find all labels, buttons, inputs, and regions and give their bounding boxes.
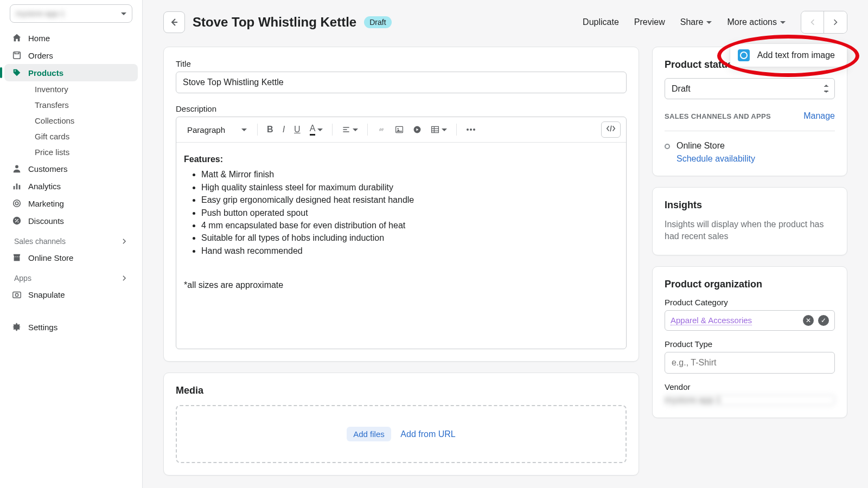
svg-rect-5 (19, 185, 21, 189)
svg-point-19 (473, 129, 475, 131)
more-format-button[interactable] (462, 125, 480, 134)
svg-point-10 (17, 221, 18, 222)
chevron-right-icon (831, 18, 840, 27)
caret-down-icon (241, 129, 247, 131)
snapulate-app-icon (738, 49, 750, 61)
feature-item: High quality stainless steel for maximum… (201, 182, 618, 194)
main-content: Stove Top Whistling Kettle Draft Duplica… (143, 0, 868, 488)
link-button[interactable] (373, 123, 390, 137)
chevron-right-icon[interactable] (120, 237, 128, 245)
title-input[interactable] (176, 72, 627, 93)
type-input[interactable] (665, 352, 835, 374)
sidebar: mystore-app-1 Home Orders Products Inven… (0, 0, 143, 488)
analytics-icon (12, 181, 22, 191)
clear-icon[interactable]: ✕ (803, 315, 814, 326)
svg-rect-11 (13, 292, 21, 298)
nav-pricelists[interactable]: Price lists (29, 144, 138, 160)
add-from-url-link[interactable]: Add from URL (400, 429, 455, 439)
back-button[interactable] (163, 11, 185, 33)
category-label: Product Category (665, 298, 835, 307)
svg-point-17 (467, 129, 469, 131)
discounts-icon (12, 216, 22, 226)
more-actions[interactable]: More actions (727, 17, 786, 27)
caret-down-icon (353, 129, 358, 131)
text-color-button[interactable]: A (305, 121, 328, 138)
svg-point-7 (15, 202, 18, 204)
media-card: Media Add files Add from URL (163, 373, 639, 476)
marketing-icon (12, 198, 22, 208)
sales-channels-heading: Sales channels (4, 229, 138, 249)
nav-snapulate[interactable]: Snapulate (4, 286, 138, 303)
nav-inventory[interactable]: Inventory (29, 81, 138, 97)
chevron-left-icon (808, 18, 817, 27)
svg-rect-16 (432, 126, 439, 132)
nav-settings[interactable]: Settings (4, 318, 138, 336)
italic-button[interactable]: I (278, 122, 289, 137)
confirm-icon[interactable]: ✓ (818, 315, 829, 326)
apps-heading: Apps (4, 266, 138, 286)
orders-icon (12, 50, 22, 60)
image-button[interactable] (391, 123, 408, 137)
status-select[interactable]: Draft (665, 78, 835, 99)
svg-point-6 (14, 200, 21, 207)
svg-point-9 (15, 219, 16, 220)
caret-down-icon (706, 21, 712, 24)
manage-link[interactable]: Manage (803, 111, 835, 121)
nav-customers[interactable]: Customers (4, 160, 138, 177)
nav-online-store[interactable]: Online Store (4, 249, 138, 266)
nav-products[interactable]: Products (4, 64, 138, 81)
nav-giftcards[interactable]: Gift cards (29, 129, 138, 144)
chevron-right-icon[interactable] (120, 274, 128, 282)
home-icon (12, 33, 22, 43)
sales-channels-label: SALES CHANNELS AND APPS (665, 112, 771, 120)
insights-card: Insights Insights will display when the … (652, 187, 847, 255)
html-view-button[interactable] (601, 121, 621, 138)
type-label: Product Type (665, 339, 835, 349)
add-files-button[interactable]: Add files (347, 427, 391, 441)
prev-product-button[interactable] (801, 11, 824, 33)
nav-analytics[interactable]: Analytics (4, 177, 138, 195)
schedule-link[interactable]: Schedule availability (676, 154, 755, 164)
nav-marketing[interactable]: Marketing (4, 195, 138, 212)
svg-point-1 (15, 70, 16, 72)
store-selector[interactable]: mystore-app-1 (10, 4, 132, 23)
underline-button[interactable]: U (290, 122, 305, 137)
draft-badge: Draft (364, 16, 391, 28)
svg-point-2 (15, 165, 18, 169)
store-icon (12, 253, 22, 262)
insights-title: Insights (665, 200, 835, 211)
org-title: Product organization (665, 279, 835, 290)
products-icon (12, 68, 22, 78)
arrow-left-icon (169, 17, 180, 28)
camera-icon (12, 290, 22, 299)
vendor-input[interactable]: mystore-app-1 (665, 395, 835, 406)
nav-home[interactable]: Home (4, 29, 138, 47)
block-style-select[interactable]: Paragraph (182, 123, 252, 137)
caret-down-icon (317, 129, 323, 131)
media-dropzone[interactable]: Add files Add from URL (176, 405, 627, 463)
category-input[interactable]: Apparel & Accessories ✕ ✓ (665, 310, 835, 331)
organization-card: Product organization Product Category Ap… (652, 266, 847, 418)
preview-action[interactable]: Preview (634, 17, 665, 27)
feature-item: Suitable for all types of hobs including… (201, 232, 618, 244)
nav-transfers[interactable]: Transfers (29, 97, 138, 113)
popover-label: Add text from image (757, 50, 835, 60)
svg-point-18 (470, 129, 472, 131)
title-description-card: Title Description Paragraph B I U A (163, 47, 639, 362)
video-button[interactable] (409, 123, 426, 137)
feature-item: 4 mm encapsulated base for even distribu… (201, 220, 618, 232)
bold-button[interactable]: B (263, 122, 278, 137)
duplicate-action[interactable]: Duplicate (583, 17, 619, 27)
nav-orders[interactable]: Orders (4, 47, 138, 64)
share-action[interactable]: Share (680, 17, 712, 27)
status-dot-icon (665, 144, 670, 149)
description-editor[interactable]: Features: Matt & Mirror finishHigh quali… (176, 143, 626, 349)
feature-item: Hand wash recommended (201, 245, 618, 257)
nav-collections[interactable]: Collections (29, 113, 138, 129)
table-button[interactable] (426, 123, 451, 137)
nav-discounts[interactable]: Discounts (4, 212, 138, 229)
add-text-from-image-popover[interactable]: Add text from image (730, 43, 847, 67)
page-title: Stove Top Whistling Kettle (193, 15, 356, 30)
align-button[interactable] (337, 123, 362, 137)
next-product-button[interactable] (824, 11, 847, 33)
